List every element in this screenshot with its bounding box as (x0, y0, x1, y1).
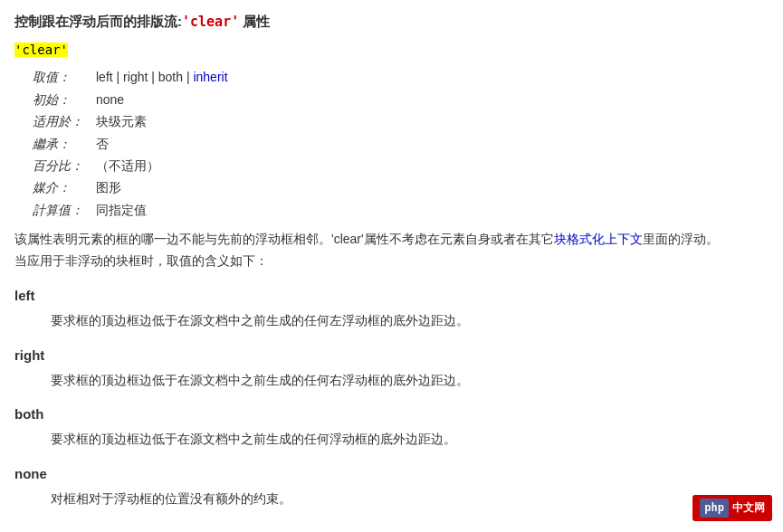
value-inherit-link[interactable]: inherit (193, 70, 227, 84)
title-property: 'clear' (182, 14, 239, 30)
desc-right: 要求框的顶边框边低于在源文档中之前生成的任何右浮动框的底外边距边。 (51, 370, 769, 392)
property-table: 取值： left | right | both | inherit 初始： no… (33, 67, 769, 220)
property-row-media: 媒介： 图形 (33, 177, 769, 197)
section-left: left 要求框的顶边框边低于在源文档中之前生成的任何左浮动框的底外边距边。 (14, 285, 769, 332)
property-row-values: 取值： left | right | both | inherit (33, 67, 769, 87)
section-both: both 要求框的顶边框边低于在源文档中之前生成的任何浮动框的底外边距边。 (14, 404, 769, 451)
property-row-initial: 初始： none (33, 90, 769, 109)
highlighted-keyword: 'clear' (14, 40, 769, 60)
property-row-computed: 計算值： 同指定值 (33, 200, 769, 220)
desc-line1-prefix: 该属性表明元素的框的哪一边不能与先前的浮动框相邻。'clear'属性不考虑在元素… (14, 232, 554, 246)
value-right: right (123, 70, 148, 84)
label-percent: 百分比： (33, 156, 96, 176)
block-formatting-link[interactable]: 块格式化上下文 (554, 232, 643, 246)
sep3: | (183, 70, 193, 84)
label-applies: 适用於： (33, 111, 96, 131)
value-left: left (96, 70, 113, 84)
property-row-applies: 适用於： 块级元素 (33, 111, 769, 131)
value-computed: 同指定值 (96, 200, 147, 220)
term-right: right (14, 345, 769, 366)
desc-line1-suffix: 里面的浮动。 (643, 232, 719, 246)
desc-both: 要求框的顶边框边低于在源文档中之前生成的任何浮动框的底外边距边。 (51, 429, 769, 451)
value-applies: 块级元素 (96, 111, 147, 131)
values-list: left | right | both | inherit (96, 67, 228, 87)
term-both: both (14, 404, 769, 425)
label-computed: 計算值： (33, 200, 96, 220)
value-initial: none (96, 90, 124, 109)
description-block: 该属性表明元素的框的哪一边不能与先前的浮动框相邻。'clear'属性不考虑在元素… (14, 229, 769, 272)
label-inherit: 繼承： (33, 134, 96, 154)
term-none: none (14, 463, 769, 485)
term-left: left (14, 285, 769, 307)
desc-none: 对框相对于浮动框的位置没有额外的约束。 (51, 489, 769, 510)
title-prefix: 控制跟在浮动后而的排版流: (14, 14, 182, 29)
property-row-inherit: 繼承： 否 (33, 134, 769, 154)
label-initial: 初始： (33, 90, 96, 109)
label-values: 取值： (33, 67, 96, 87)
title-suffix: 属性 (239, 14, 270, 29)
value-both: both (158, 70, 183, 84)
php-site-label: 中文网 (732, 499, 765, 517)
value-inherit: 否 (96, 134, 109, 154)
page-title: 控制跟在浮动后而的排版流:'clear' 属性 (14, 11, 769, 33)
sep1: | (113, 70, 123, 84)
property-row-percent: 百分比： （不适用） (33, 156, 769, 176)
value-percent: （不适用） (96, 156, 159, 176)
section-none: none 对框相对于浮动框的位置没有额外的约束。 (14, 463, 769, 510)
value-media: 图形 (96, 177, 121, 197)
desc-line2: 当应用于非浮动的块框时，取值的含义如下： (14, 253, 268, 268)
label-media: 媒介： (33, 177, 96, 197)
php-badge[interactable]: php 中文网 (692, 495, 772, 521)
section-right: right 要求框的顶边框边低于在源文档中之前生成的任何右浮动框的底外边距边。 (14, 345, 769, 392)
desc-left: 要求框的顶边框边低于在源文档中之前生成的任何左浮动框的底外边距边。 (51, 310, 769, 332)
php-logo-text: php (700, 499, 729, 518)
sep2: | (148, 70, 158, 84)
